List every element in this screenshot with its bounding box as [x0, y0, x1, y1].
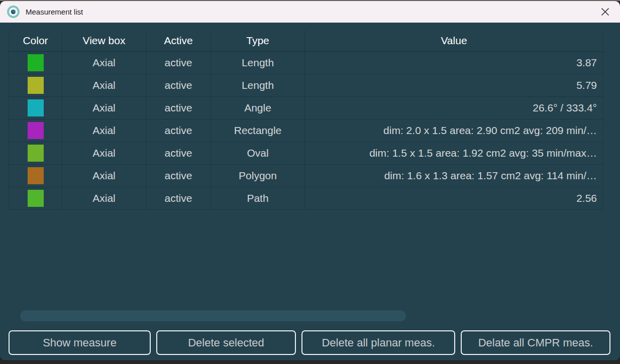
- color-cell: [9, 142, 62, 165]
- title-bar[interactable]: Measurement list: [0, 1, 620, 23]
- measurement-color-swatch: [28, 167, 44, 184]
- window-title: Measurement list: [26, 8, 83, 16]
- table-row[interactable]: AxialactivePath2.56: [9, 187, 603, 210]
- table-row[interactable]: AxialactiveRectangledim: 2.0 x 1.5 area:…: [9, 119, 603, 142]
- horizontal-scrollbar-thumb[interactable]: [20, 310, 406, 321]
- delete-all-planar-meas-button[interactable]: Delete all planar meas.: [301, 330, 455, 355]
- app-logo-icon: [7, 6, 20, 18]
- value-cell: 5.79: [305, 74, 603, 97]
- type-cell: Polygon: [211, 165, 305, 187]
- measurement-color-swatch: [28, 99, 44, 116]
- active-cell: active: [146, 97, 211, 119]
- dialog-body: Color View box Active Type Value Axialac…: [0, 23, 620, 360]
- active-cell: active: [146, 165, 211, 187]
- header-color: Color: [9, 30, 62, 52]
- value-cell: 26.6° / 333.4°: [305, 97, 603, 119]
- view-box-cell: Axial: [62, 165, 146, 187]
- value-cell: 2.56: [305, 187, 603, 210]
- header-value: Value: [305, 30, 603, 52]
- active-cell: active: [146, 187, 211, 210]
- close-button[interactable]: [594, 1, 616, 23]
- view-box-cell: Axial: [62, 97, 146, 119]
- measurement-color-swatch: [28, 54, 44, 71]
- type-cell: Path: [211, 187, 305, 210]
- view-box-cell: Axial: [62, 187, 146, 210]
- measurement-color-swatch: [28, 145, 44, 162]
- active-cell: active: [146, 74, 211, 97]
- table-row[interactable]: AxialactiveOvaldim: 1.5 x 1.5 area: 1.92…: [9, 142, 603, 165]
- table-row[interactable]: AxialactiveLength3.87: [9, 52, 603, 74]
- value-cell: dim: 1.5 x 1.5 area: 1.92 cm2 avg: 35 mi…: [305, 142, 603, 165]
- button-row: Show measure Delete selected Delete all …: [9, 330, 611, 355]
- view-box-cell: Axial: [62, 142, 146, 165]
- view-box-cell: Axial: [62, 119, 146, 142]
- value-cell: dim: 2.0 x 1.5 area: 2.90 cm2 avg: 209 m…: [305, 119, 603, 142]
- active-cell: active: [146, 142, 211, 165]
- type-cell: Oval: [211, 142, 305, 165]
- delete-selected-button[interactable]: Delete selected: [156, 330, 296, 355]
- type-cell: Length: [211, 74, 305, 97]
- measurement-color-swatch: [28, 190, 44, 207]
- measurement-color-swatch: [28, 122, 44, 139]
- color-cell: [9, 165, 62, 187]
- measurement-table: Color View box Active Type Value Axialac…: [9, 30, 603, 210]
- view-box-cell: Axial: [62, 74, 146, 97]
- value-cell: 3.87: [305, 52, 603, 74]
- type-cell: Length: [211, 52, 305, 74]
- table-row[interactable]: AxialactivePolygondim: 1.6 x 1.3 area: 1…: [9, 165, 603, 187]
- header-view-box: View box: [62, 30, 146, 52]
- header-active: Active: [146, 30, 211, 52]
- color-cell: [9, 119, 62, 142]
- table-header-row: Color View box Active Type Value: [9, 30, 603, 52]
- color-cell: [9, 52, 62, 74]
- color-cell: [9, 187, 62, 210]
- type-cell: Angle: [211, 97, 305, 119]
- active-cell: active: [146, 119, 211, 142]
- type-cell: Rectangle: [211, 119, 305, 142]
- measurement-table-body: AxialactiveLength3.87AxialactiveLength5.…: [9, 52, 603, 210]
- active-cell: active: [146, 52, 211, 74]
- delete-all-cmpr-meas-button[interactable]: Delate all CMPR meas.: [461, 330, 610, 355]
- close-icon: [601, 8, 609, 16]
- color-cell: [9, 74, 62, 97]
- color-cell: [9, 97, 62, 119]
- table-row[interactable]: AxialactiveAngle26.6° / 333.4°: [9, 97, 603, 119]
- table-row[interactable]: AxialactiveLength5.79: [9, 74, 603, 97]
- view-box-cell: Axial: [62, 52, 146, 74]
- header-type: Type: [211, 30, 305, 52]
- measurement-list-dialog: Measurement list Color View box Active T…: [0, 1, 620, 360]
- value-cell: dim: 1.6 x 1.3 area: 1.57 cm2 avg: 114 m…: [305, 165, 603, 187]
- measurement-color-swatch: [28, 77, 44, 94]
- show-measure-button[interactable]: Show measure: [9, 330, 151, 355]
